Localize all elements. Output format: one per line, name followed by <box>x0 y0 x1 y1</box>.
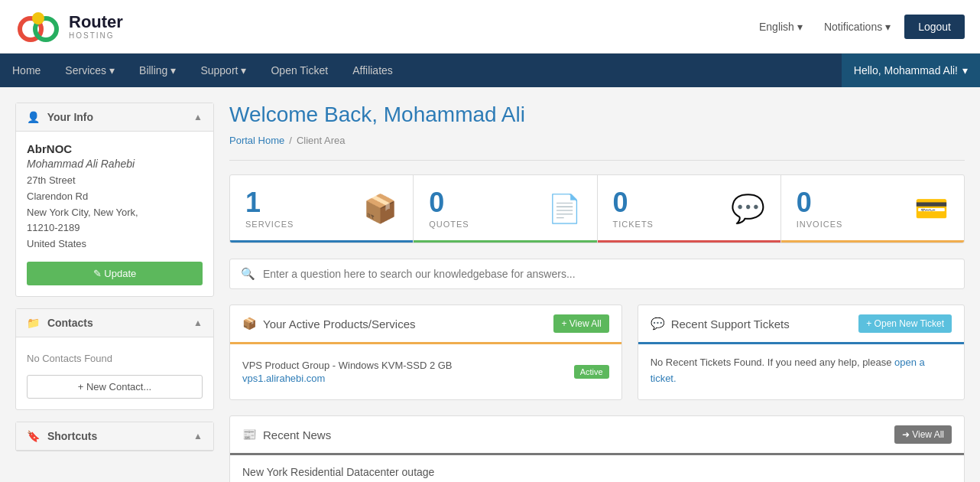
shortcuts-chevron[interactable]: ▲ <box>193 431 203 441</box>
tickets-header-icon: 💬 <box>651 317 665 331</box>
logo-text-block: Router HOSTING <box>69 13 123 40</box>
nav-user-greeting[interactable]: Hello, Mohammad Ali! ▾ <box>842 54 980 87</box>
stat-tickets-number: 0 <box>613 189 654 217</box>
no-tickets-text: No Recent Tickets Found. If you need any… <box>651 355 952 387</box>
your-info-chevron[interactable]: ▲ <box>193 112 203 122</box>
stat-invoices-number: 0 <box>797 189 843 217</box>
main-layout: 👤 Your Info ▲ AbrNOC Mohammad Ali Rahebi… <box>0 87 980 482</box>
tickets-card: 💬 Recent Support Tickets + Open New Tick… <box>638 305 965 400</box>
user-chevron: ▾ <box>962 64 968 77</box>
stats-row: 1 SERVICES 📦 0 QUOTES 📄 0 TICKETS <box>229 174 965 243</box>
news-view-all-button[interactable]: ➜ View All <box>894 425 952 444</box>
stat-tickets: 0 TICKETS 💬 <box>598 175 781 243</box>
news-body: New York Residential Datacenter outage 2… <box>230 455 964 482</box>
stat-invoices-underline <box>781 240 964 243</box>
user-icon: 👤 <box>27 111 40 123</box>
your-info-section: 👤 Your Info ▲ AbrNOC Mohammad Ali Rahebi… <box>15 103 214 297</box>
products-header-icon: 📦 <box>242 317 257 331</box>
news-header: 📰 Recent News ➜ View All <box>230 416 964 455</box>
contacts-chevron[interactable]: ▲ <box>193 318 203 328</box>
search-input[interactable] <box>263 268 953 280</box>
stat-quotes: 0 QUOTES 📄 <box>414 175 597 243</box>
stat-invoices: 0 INVOICES 💳 <box>781 175 964 243</box>
nav-support[interactable]: Support ▾ <box>188 54 258 87</box>
quotes-stat-icon: 📄 <box>547 193 582 225</box>
your-info-title: Your Info <box>47 111 93 123</box>
support-chevron: ▾ <box>241 64 246 77</box>
tickets-stat-icon: 💬 <box>731 193 765 225</box>
title-divider <box>229 160 965 161</box>
nav-services[interactable]: Services ▾ <box>53 54 127 87</box>
user-greeting-text: Hello, Mohammad Ali! <box>854 64 958 77</box>
address-zip: 11210-2189 <box>27 222 80 233</box>
billing-chevron: ▾ <box>170 64 176 77</box>
user-company: AbrNOC <box>27 142 203 155</box>
contacts-section: 📁 Contacts ▲ No Contacts Found + New Con… <box>15 308 214 410</box>
nav-affiliates[interactable]: Affiliates <box>340 54 405 87</box>
stat-services: 1 SERVICES 📦 <box>230 175 414 243</box>
page-title: Welcome Back, Mohammad Ali <box>229 103 965 127</box>
products-header-title: Your Active Products/Services <box>263 318 416 331</box>
service-status-badge: Active <box>574 365 609 379</box>
shortcuts-title: Shortcuts <box>47 430 97 442</box>
breadcrumb-current: Client Area <box>297 135 346 146</box>
services-stat-icon: 📦 <box>363 193 398 225</box>
shortcuts-header: 🔖 Shortcuts ▲ <box>16 422 213 451</box>
services-chevron: ▾ <box>109 64 115 77</box>
svg-point-2 <box>32 12 44 24</box>
notifications-chevron: ▾ <box>885 21 891 33</box>
products-view-all-button[interactable]: + View All <box>553 314 608 333</box>
language-selector[interactable]: English ▾ <box>751 16 810 37</box>
notifications-button[interactable]: Notifications ▾ <box>816 16 898 37</box>
no-contacts-text: No Contacts Found <box>27 348 203 369</box>
nav-billing[interactable]: Billing ▾ <box>127 54 188 87</box>
your-info-content: AbrNOC Mohammad Ali Rahebi 27th Street C… <box>16 132 213 296</box>
logo-area: Router HOSTING <box>15 8 123 46</box>
contacts-icon: 📁 <box>27 317 40 329</box>
nav-home[interactable]: Home <box>0 54 53 87</box>
stat-quotes-label: QUOTES <box>429 220 469 229</box>
cards-row: 📦 Your Active Products/Services + View A… <box>229 305 965 400</box>
top-bar: Router HOSTING English ▾ Notifications ▾… <box>0 0 980 54</box>
news-card: 📰 Recent News ➜ View All New York Reside… <box>229 415 965 482</box>
tickets-body: No Recent Tickets Found. If you need any… <box>638 344 964 398</box>
search-icon: 🔍 <box>241 267 255 281</box>
stat-services-number: 1 <box>245 189 294 217</box>
service-name: VPS Product Group - Windows KVM-SSD 2 GB <box>242 360 453 371</box>
service-link[interactable]: vps1.alirahebi.com <box>242 373 453 384</box>
language-chevron: ▾ <box>797 21 803 33</box>
nav-open-ticket[interactable]: Open Ticket <box>258 54 340 87</box>
tickets-header: 💬 Recent Support Tickets + Open New Tick… <box>638 305 964 344</box>
your-info-header: 👤 Your Info ▲ <box>16 103 213 132</box>
top-right-controls: English ▾ Notifications ▾ Logout <box>751 15 965 39</box>
news-icon: 📰 <box>242 428 257 441</box>
update-button[interactable]: ✎ Update <box>27 262 203 285</box>
open-ticket-button[interactable]: + Open New Ticket <box>858 314 952 333</box>
router-logo <box>15 8 61 46</box>
contacts-title: Contacts <box>47 317 93 329</box>
logo-sub: HOSTING <box>69 31 123 40</box>
contacts-content: No Contacts Found + New Contact... <box>16 337 213 409</box>
nav-bar: Home Services ▾ Billing ▾ Support ▾ Open… <box>0 54 980 87</box>
shortcuts-section: 🔖 Shortcuts ▲ <box>15 422 214 451</box>
breadcrumb-home[interactable]: Portal Home <box>229 135 284 146</box>
breadcrumb-separator: / <box>289 135 292 146</box>
main-content: Welcome Back, Mohammad Ali Portal Home /… <box>229 103 965 482</box>
stat-quotes-underline <box>414 240 596 243</box>
language-label: English <box>759 21 794 33</box>
contacts-header: 📁 Contacts ▲ <box>16 309 213 337</box>
products-body: VPS Product Group - Windows KVM-SSD 2 GB… <box>230 344 621 399</box>
stat-services-label: SERVICES <box>245 220 294 229</box>
sidebar: 👤 Your Info ▲ AbrNOC Mohammad Ali Rahebi… <box>15 103 214 482</box>
notifications-label: Notifications <box>824 21 882 33</box>
stat-quotes-number: 0 <box>429 189 469 217</box>
stat-services-underline <box>230 240 413 243</box>
stat-invoices-label: INVOICES <box>797 220 843 229</box>
address-country: United States <box>27 238 86 249</box>
news-item-title: New York Residential Datacenter outage <box>242 466 952 478</box>
logout-button[interactable]: Logout <box>904 15 965 39</box>
products-header: 📦 Your Active Products/Services + View A… <box>230 305 621 344</box>
new-contact-button[interactable]: + New Contact... <box>27 375 203 399</box>
user-full-name: Mohammad Ali Rahebi <box>27 158 203 170</box>
tickets-header-title: Recent Support Tickets <box>671 318 790 331</box>
